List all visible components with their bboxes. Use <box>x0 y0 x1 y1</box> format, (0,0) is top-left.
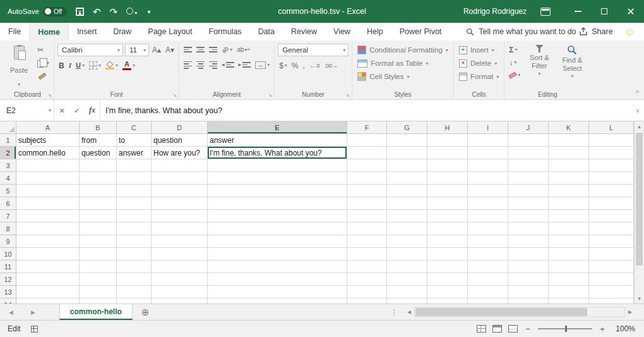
decrease-indent-button[interactable]: ◂ <box>220 59 236 71</box>
row-header-4[interactable]: 4 <box>0 172 16 185</box>
save-icon[interactable] <box>76 8 84 16</box>
cell-K1[interactable] <box>549 134 589 147</box>
cell-E4[interactable] <box>208 172 347 185</box>
cell-E11[interactable] <box>208 260 347 273</box>
cell-G4[interactable] <box>387 172 427 185</box>
cell-K3[interactable] <box>549 159 589 172</box>
cell-E14[interactable] <box>208 298 347 303</box>
tab-view[interactable]: View <box>325 23 359 40</box>
minimize-button[interactable] <box>564 0 591 23</box>
new-sheet-button[interactable]: ⊕ <box>141 304 150 320</box>
tab-review[interactable]: Review <box>283 23 325 40</box>
column-header-J[interactable]: J <box>508 121 549 134</box>
cell-J5[interactable] <box>508 185 549 197</box>
paste-button[interactable]: Paste ▾ <box>4 44 33 89</box>
cell-J7[interactable] <box>508 210 549 223</box>
cell-G8[interactable] <box>387 223 427 235</box>
cell-B3[interactable] <box>80 159 117 172</box>
row-header-3[interactable]: 3 <box>0 159 16 172</box>
cell-G1[interactable] <box>387 134 427 147</box>
cell-I6[interactable] <box>468 197 508 210</box>
zoom-level[interactable]: 100% <box>612 324 635 333</box>
cell-D9[interactable] <box>152 235 208 248</box>
cell-K14[interactable] <box>549 298 589 303</box>
cell-B5[interactable] <box>80 185 117 197</box>
format-painter-button[interactable] <box>36 70 51 82</box>
zoom-out-button[interactable]: − <box>524 324 532 334</box>
autosave-toggle[interactable]: AutoSave Off <box>8 7 67 16</box>
cell-F7[interactable] <box>347 210 387 223</box>
cell-J13[interactable] <box>508 286 549 298</box>
cell-H13[interactable] <box>427 286 468 298</box>
cell-I7[interactable] <box>468 210 508 223</box>
insert-cells-button[interactable]: +Insert▾ <box>457 44 501 56</box>
cell-D8[interactable] <box>152 223 208 235</box>
column-header-F[interactable]: F <box>347 121 387 134</box>
enter-button[interactable]: ✓ <box>69 100 85 121</box>
cell-B7[interactable] <box>80 210 117 223</box>
cell-K11[interactable] <box>549 260 589 273</box>
scroll-up-arrow[interactable]: ▲ <box>635 121 644 132</box>
cell-I9[interactable] <box>468 235 508 248</box>
cell-styles-button[interactable]: Cell Styles▾ <box>355 70 450 83</box>
cell-L10[interactable] <box>589 248 634 260</box>
cell-I3[interactable] <box>468 159 508 172</box>
cell-D3[interactable] <box>152 159 208 172</box>
page-layout-view-button[interactable] <box>492 325 502 333</box>
cell-H14[interactable] <box>427 298 468 303</box>
name-box[interactable]: E2▾ <box>0 100 54 121</box>
clear-button[interactable]: ▾ <box>508 69 522 81</box>
increase-font-button[interactable]: A▴ <box>151 44 162 56</box>
cell-L7[interactable] <box>589 210 634 223</box>
cell-B13[interactable] <box>80 286 117 298</box>
cell-K9[interactable] <box>549 235 589 248</box>
cell-I4[interactable] <box>468 172 508 185</box>
column-header-G[interactable]: G <box>387 121 427 134</box>
cell-D11[interactable] <box>152 260 208 273</box>
orientation-button[interactable]: ab▾ <box>220 44 234 56</box>
number-format-combo[interactable]: General▾ <box>278 44 349 56</box>
cell-I12[interactable] <box>468 273 508 286</box>
format-cells-button[interactable]: Format▾ <box>457 70 501 83</box>
cell-A2[interactable]: common.hello <box>16 147 80 159</box>
autosum-button[interactable]: Σ▾ <box>508 44 522 56</box>
column-header-K[interactable]: K <box>549 121 589 134</box>
account-name[interactable]: Rodrigo Rodriguez <box>463 7 527 16</box>
cell-L4[interactable] <box>589 172 634 185</box>
redo-button[interactable]: ↷ <box>110 7 118 16</box>
delete-cells-button[interactable]: ×Delete▾ <box>457 57 501 70</box>
cell-H9[interactable] <box>427 235 468 248</box>
cell-J1[interactable] <box>508 134 549 147</box>
row-header-7[interactable]: 7 <box>0 210 16 223</box>
align-left-button[interactable] <box>182 59 193 71</box>
cell-H6[interactable] <box>427 197 468 210</box>
increase-decimal-button[interactable]: ←.0 <box>308 59 321 71</box>
cell-E8[interactable] <box>208 223 347 235</box>
cell-J9[interactable] <box>508 235 549 248</box>
cell-E2[interactable]: I'm fine, thanks. What about you? <box>208 147 347 159</box>
cell-D5[interactable] <box>152 185 208 197</box>
normal-view-button[interactable] <box>477 325 486 333</box>
prev-sheet-button[interactable]: ◀ <box>9 309 13 316</box>
collapse-ribbon-button[interactable]: ^ <box>636 89 639 97</box>
cell-I2[interactable] <box>468 147 508 159</box>
cell-F11[interactable] <box>347 260 387 273</box>
cancel-button[interactable]: × <box>54 100 69 121</box>
cell-L3[interactable] <box>589 159 634 172</box>
column-header-L[interactable]: L <box>589 121 634 134</box>
cell-A5[interactable] <box>16 185 80 197</box>
row-header-8[interactable]: 8 <box>0 223 16 235</box>
column-header-C[interactable]: C <box>117 121 152 134</box>
cell-B11[interactable] <box>80 260 117 273</box>
zoom-slider[interactable] <box>538 328 592 329</box>
cell-H1[interactable] <box>427 134 468 147</box>
percent-style-button[interactable]: % <box>290 59 300 71</box>
cell-L2[interactable] <box>589 147 634 159</box>
column-header-I[interactable]: I <box>468 121 508 134</box>
cell-K8[interactable] <box>549 223 589 235</box>
horizontal-scroll-track[interactable] <box>414 307 625 317</box>
cell-B10[interactable] <box>80 248 117 260</box>
sheet-tab-common-hello[interactable]: common-hello <box>59 304 133 320</box>
underline-button[interactable]: U▾ <box>75 59 86 71</box>
customize-qat-button[interactable]: ▾ <box>147 8 150 15</box>
